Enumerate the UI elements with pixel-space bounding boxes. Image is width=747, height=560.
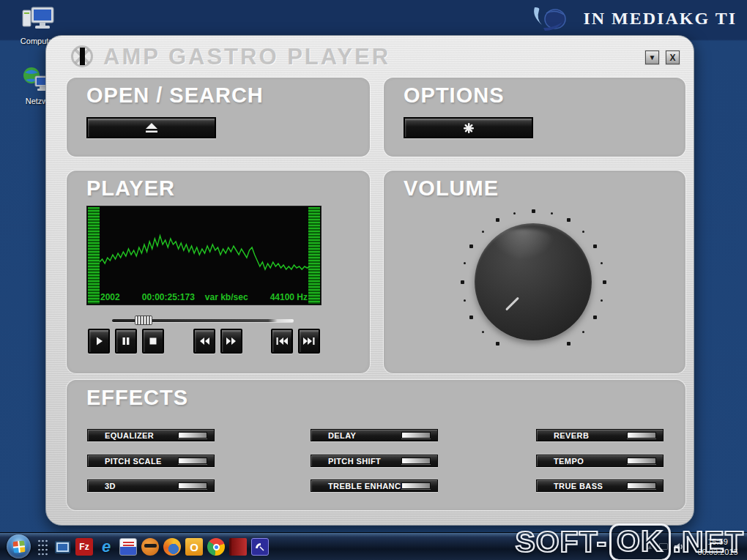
effect-button-treble-enhancer[interactable]: TREBLE ENHANCER: [311, 479, 438, 492]
display-time: 00:00:25:173: [142, 292, 195, 302]
effect-level-indicator[interactable]: [178, 432, 207, 438]
pause-button[interactable]: [115, 329, 137, 354]
satellite-icon[interactable]: [251, 538, 269, 556]
effects-panel: EFFECTS EQUALIZER PITCH SCALE 3D DELAY P…: [67, 380, 685, 510]
eject-icon: [144, 122, 160, 133]
chrome-icon[interactable]: [207, 538, 225, 556]
display-bitrate: var kb/sec: [205, 292, 248, 302]
display-year: 2002: [100, 292, 120, 302]
volume-panel: VOLUME: [384, 171, 685, 373]
stop-icon: [148, 336, 158, 346]
player-title: PLAYER: [86, 176, 175, 201]
effects-title: EFFECTS: [86, 386, 188, 410]
firefox-icon[interactable]: [163, 538, 181, 556]
effect-level-indicator[interactable]: [401, 432, 431, 438]
soft-ok-watermark: SOFT-OK.NET: [515, 523, 744, 560]
open-search-title: OPEN / SEARCH: [86, 83, 264, 108]
options-button[interactable]: [404, 117, 533, 138]
rewind-button[interactable]: [193, 329, 215, 354]
effect-button-tempo[interactable]: TEMPO: [536, 455, 664, 467]
stop-button[interactable]: [142, 329, 164, 354]
title-bar[interactable]: AMP GASTRO PLAYER ▼ X: [46, 36, 694, 77]
close-icon: X: [669, 53, 675, 63]
open-search-panel: OPEN / SEARCH: [67, 78, 370, 157]
show-desktop-icon[interactable]: [53, 538, 71, 556]
effect-button-pitch-scale[interactable]: PITCH SCALE: [87, 455, 215, 467]
effect-level-indicator[interactable]: [627, 482, 656, 489]
effect-level-indicator[interactable]: [401, 458, 431, 464]
computer-icon: [21, 6, 55, 35]
player-panel: PLAYER 2002 00:00:25:173 var kb/sec 4410…: [67, 171, 370, 373]
volume-knob[interactable]: [475, 223, 592, 340]
previous-track-button[interactable]: [271, 329, 293, 354]
vu-meter-right: [308, 207, 320, 304]
display-status-line: 2002 00:00:25:173 var kb/sec 44100 Hz: [100, 292, 308, 302]
effect-button-3d[interactable]: 3D: [87, 479, 215, 492]
app-logo-icon: [71, 45, 93, 67]
effect-level-indicator[interactable]: [178, 458, 207, 464]
skip-to-end-icon: [302, 336, 316, 346]
red-book-icon[interactable]: [229, 538, 247, 556]
minimize-button[interactable]: ▼: [645, 51, 659, 64]
taskbar-separator: [37, 539, 48, 556]
play-icon: [94, 336, 104, 346]
brand-text: IN MEDIAKG TI: [583, 9, 737, 29]
window-title: AMP GASTRO PLAYER: [103, 44, 390, 70]
floppy-save-icon[interactable]: [119, 538, 137, 556]
effect-button-reverb[interactable]: REVERB: [536, 429, 664, 441]
asterisk-icon: [463, 122, 475, 134]
close-button[interactable]: X: [666, 51, 680, 64]
seek-slider[interactable]: [112, 316, 294, 325]
outlook-icon[interactable]: O: [185, 538, 203, 556]
play-button[interactable]: [88, 329, 110, 354]
windows-logo-icon: [12, 540, 26, 553]
globe-swoosh-icon: [529, 3, 574, 34]
effect-level-indicator[interactable]: [178, 482, 207, 489]
pumpkin-icon[interactable]: [141, 538, 159, 556]
fast-forward-icon: [226, 336, 237, 346]
start-button[interactable]: [7, 534, 31, 559]
open-search-button[interactable]: [86, 117, 216, 138]
effect-button-equalizer[interactable]: EQUALIZER: [87, 429, 215, 441]
minimize-icon: ▼: [649, 53, 656, 61]
mediakg-brand: IN MEDIAKG TI: [529, 3, 737, 34]
fast-forward-button[interactable]: [220, 329, 242, 354]
waveform: [100, 206, 310, 305]
effect-button-true-bass[interactable]: TRUE BASS: [536, 479, 664, 492]
amp-gastro-player-window: AMP GASTRO PLAYER ▼ X OPEN / SEARCH OPTI…: [45, 35, 694, 526]
knob-pointer: [505, 296, 519, 310]
rewind-icon: [198, 336, 210, 346]
desktop-icon-label: Netzw: [26, 97, 48, 105]
effect-level-indicator[interactable]: [627, 432, 656, 438]
internet-explorer-icon[interactable]: e: [97, 538, 115, 556]
effect-level-indicator[interactable]: [627, 458, 656, 464]
effect-level-indicator[interactable]: [401, 482, 431, 489]
knob-shine: [489, 229, 557, 260]
pause-icon: [121, 336, 131, 346]
options-title: OPTIONS: [404, 83, 505, 108]
vu-meter-left: [88, 207, 100, 304]
display-samplerate: 44100 Hz: [270, 292, 308, 302]
seek-handle[interactable]: [135, 316, 152, 325]
options-panel: OPTIONS: [384, 78, 685, 157]
filezilla-icon[interactable]: Fz: [75, 538, 93, 556]
effect-button-delay[interactable]: DELAY: [311, 429, 438, 441]
effect-button-pitch-shift[interactable]: PITCH SHIFT: [311, 455, 438, 467]
next-track-button[interactable]: [298, 329, 320, 354]
skip-to-start-icon: [275, 336, 289, 346]
player-display: 2002 00:00:25:173 var kb/sec 44100 Hz: [86, 206, 322, 305]
desktop: IN MEDIAKG TI Computer Netzw: [0, 0, 747, 560]
